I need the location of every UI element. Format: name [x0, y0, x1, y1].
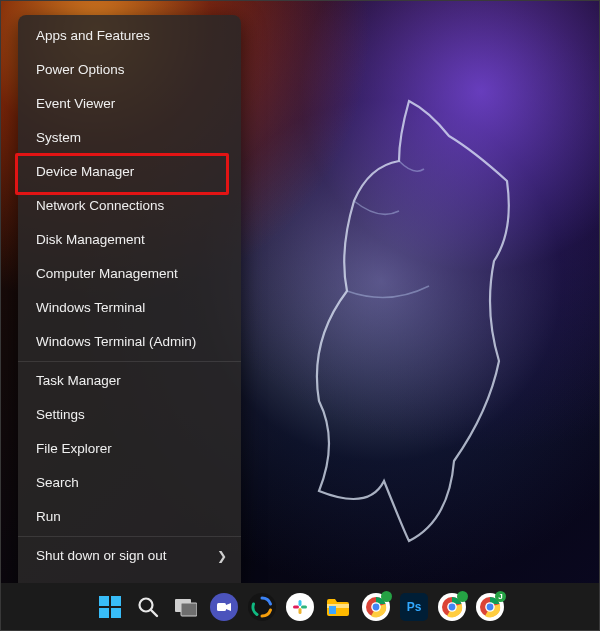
svg-rect-8 — [217, 603, 226, 611]
menu-item-label: Event Viewer — [36, 96, 115, 111]
menu-item-settings[interactable]: Settings — [18, 398, 241, 432]
start-button[interactable] — [96, 593, 124, 621]
slack-button[interactable] — [286, 593, 314, 621]
photoshop-button[interactable]: Ps — [400, 593, 428, 621]
svg-point-20 — [449, 603, 456, 610]
notification-badge — [381, 591, 392, 602]
menu-item-label: Computer Management — [36, 266, 178, 281]
menu-item-disk-management[interactable]: Disk Management — [18, 223, 241, 257]
teams-button[interactable] — [210, 593, 238, 621]
menu-item-power-options[interactable]: Power Options — [18, 53, 241, 87]
menu-item-label: Device Manager — [36, 164, 134, 179]
chevron-right-icon: ❯ — [217, 539, 227, 573]
svg-rect-11 — [299, 608, 302, 614]
menu-item-label: Apps and Features — [36, 28, 150, 43]
svg-rect-14 — [329, 606, 336, 614]
menu-item-windows-terminal-admin[interactable]: Windows Terminal (Admin) — [18, 325, 241, 359]
svg-rect-10 — [301, 605, 307, 608]
menu-item-label: Windows Terminal (Admin) — [36, 334, 196, 349]
menu-item-label: Task Manager — [36, 373, 121, 388]
circle-app-button[interactable] — [248, 593, 276, 621]
windows-logo-icon — [99, 596, 121, 618]
file-explorer-button[interactable] — [324, 593, 352, 621]
svg-rect-12 — [293, 605, 299, 608]
search-icon — [137, 596, 159, 618]
slack-icon — [292, 599, 308, 615]
menu-item-label: Run — [36, 509, 61, 524]
menu-item-label: Shut down or sign out — [36, 548, 167, 563]
folder-icon — [326, 597, 350, 617]
task-view-icon — [175, 597, 197, 617]
menu-item-system[interactable]: System — [18, 121, 241, 155]
menu-item-task-manager[interactable]: Task Manager — [18, 364, 241, 398]
svg-rect-1 — [111, 596, 121, 606]
menu-item-label: Disk Management — [36, 232, 145, 247]
menu-separator — [18, 536, 241, 537]
photoshop-icon: Ps — [407, 600, 422, 614]
chrome-button[interactable] — [362, 593, 390, 621]
circle-segments-icon — [251, 596, 273, 618]
menu-item-label: Network Connections — [36, 198, 164, 213]
menu-item-device-manager[interactable]: Device Manager — [18, 155, 241, 189]
menu-separator — [18, 361, 241, 362]
notification-badge: J — [495, 591, 506, 602]
svg-rect-3 — [111, 608, 121, 618]
menu-item-computer-management[interactable]: Computer Management — [18, 257, 241, 291]
winx-context-menu: Apps and Features Power Options Event Vi… — [18, 15, 241, 613]
chrome-profile3-button[interactable]: J — [476, 593, 504, 621]
svg-rect-2 — [99, 608, 109, 618]
task-view-button[interactable] — [172, 593, 200, 621]
menu-item-label: System — [36, 130, 81, 145]
menu-item-apps-and-features[interactable]: Apps and Features — [18, 19, 241, 53]
menu-item-network-connections[interactable]: Network Connections — [18, 189, 241, 223]
taskbar: Ps J — [1, 583, 599, 630]
menu-item-shutdown-or-signout[interactable]: Shut down or sign out ❯ — [18, 539, 241, 573]
svg-point-17 — [373, 603, 380, 610]
menu-item-label: File Explorer — [36, 441, 112, 456]
svg-line-5 — [151, 610, 157, 616]
menu-item-label: Power Options — [36, 62, 125, 77]
menu-item-label: Windows Terminal — [36, 300, 145, 315]
menu-item-search[interactable]: Search — [18, 466, 241, 500]
menu-item-file-explorer[interactable]: File Explorer — [18, 432, 241, 466]
desktop-wallpaper: Apps and Features Power Options Event Vi… — [0, 0, 600, 631]
wallpaper-figure — [249, 81, 569, 551]
svg-rect-0 — [99, 596, 109, 606]
teams-icon — [216, 599, 232, 615]
menu-item-label: Settings — [36, 407, 85, 422]
svg-point-23 — [487, 603, 494, 610]
menu-item-run[interactable]: Run — [18, 500, 241, 534]
menu-item-windows-terminal[interactable]: Windows Terminal — [18, 291, 241, 325]
menu-item-event-viewer[interactable]: Event Viewer — [18, 87, 241, 121]
chrome-profile2-button[interactable] — [438, 593, 466, 621]
notification-badge — [457, 591, 468, 602]
menu-item-label: Search — [36, 475, 79, 490]
svg-rect-7 — [181, 603, 197, 616]
svg-rect-9 — [299, 600, 302, 606]
search-button[interactable] — [134, 593, 162, 621]
